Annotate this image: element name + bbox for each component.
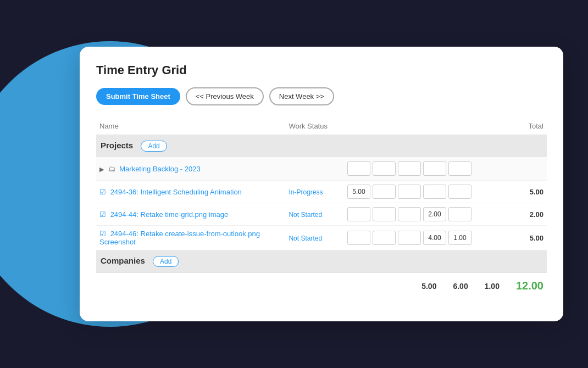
time-input-4[interactable]: [423, 207, 446, 221]
project-group-row: ▶ 🗂 Marketing Backlog - 2023: [96, 157, 547, 181]
time-input-3[interactable]: [398, 207, 421, 221]
col-header-name: Name: [96, 118, 285, 135]
collapse-arrow-icon[interactable]: ▶: [99, 166, 104, 172]
time-input-3[interactable]: [398, 185, 421, 199]
footer-col1-total: 5.00: [421, 282, 436, 291]
task-status: Not Started: [289, 235, 322, 242]
footer-col5-total: 1.00: [485, 282, 500, 291]
task-name-link[interactable]: 2494-36: Intelligent Scheduling Animatio…: [110, 188, 242, 196]
time-input-2[interactable]: [373, 185, 396, 199]
time-input-4[interactable]: [423, 185, 446, 199]
main-card: Time Entry Grid Submit Time Sheet << Pre…: [80, 47, 563, 321]
col-header-total: Total: [497, 118, 547, 135]
project-time-input-3[interactable]: [398, 161, 421, 176]
toolbar: Submit Time Sheet << Previous Week Next …: [96, 87, 547, 105]
task-total: 5.00: [497, 181, 547, 203]
time-entry-table: Name Work Status Total Projects Add ▶ 🗂 …: [96, 118, 547, 299]
project-group-name[interactable]: Marketing Backlog - 2023: [119, 165, 200, 173]
companies-section-row: Companies Add: [96, 250, 547, 273]
next-week-button[interactable]: Next Week >>: [269, 87, 334, 105]
task-time-cells: [347, 207, 494, 221]
col-header-work-status: Work Status: [285, 118, 344, 135]
prev-week-button[interactable]: << Previous Week: [186, 87, 264, 105]
companies-add-button[interactable]: Add: [153, 256, 179, 267]
task-total: 5.00: [497, 226, 547, 250]
projects-section-label: Projects: [101, 141, 133, 150]
task-checkbox-icon: ☑: [99, 230, 106, 238]
projects-section-row: Projects Add: [96, 135, 547, 158]
task-status: Not Started: [289, 211, 322, 219]
project-time-input-5[interactable]: [448, 161, 471, 176]
col-header-times: [344, 118, 497, 135]
project-time-cells: [347, 161, 494, 176]
page-title: Time Entry Grid: [96, 63, 547, 77]
time-input-2[interactable]: [373, 231, 396, 245]
table-row: ☑ 2494-44: Retake time-grid.png image No…: [96, 203, 547, 226]
table-row: ☑ 2494-46: Retake create-issue-from-outl…: [96, 226, 547, 250]
time-input-4[interactable]: [423, 231, 446, 245]
time-input-1[interactable]: [347, 185, 370, 199]
footer-col4-total: 6.00: [453, 282, 468, 291]
time-input-5[interactable]: [448, 185, 471, 199]
time-input-2[interactable]: [373, 207, 396, 221]
task-time-cells: [347, 231, 494, 245]
time-input-1[interactable]: [347, 207, 370, 221]
project-time-input-2[interactable]: [373, 161, 396, 176]
time-input-5[interactable]: [448, 207, 471, 221]
task-checkbox-icon: ☑: [99, 210, 106, 219]
companies-section-label: Companies: [101, 256, 145, 265]
grand-total: 12.00: [516, 280, 543, 292]
project-time-input-4[interactable]: [423, 161, 446, 176]
submit-timesheet-button[interactable]: Submit Time Sheet: [96, 88, 180, 105]
time-input-1[interactable]: [347, 231, 370, 245]
time-input-5[interactable]: [448, 231, 471, 245]
project-icon: 🗂: [108, 165, 115, 173]
table-row: ☑ 2494-36: Intelligent Scheduling Animat…: [96, 181, 547, 203]
task-name-link[interactable]: 2494-44: Retake time-grid.png image: [110, 210, 229, 219]
task-name-link[interactable]: 2494-46: Retake create-issue-from-outloo…: [99, 230, 260, 246]
task-status: In-Progress: [289, 188, 323, 196]
project-time-input-1[interactable]: [347, 161, 370, 176]
projects-add-button[interactable]: Add: [141, 141, 167, 152]
task-total: 2.00: [497, 203, 547, 226]
time-input-3[interactable]: [398, 231, 421, 245]
footer-totals: 5.00 6.00 1.00 12.00: [99, 280, 543, 292]
task-checkbox-icon: ☑: [99, 188, 106, 196]
footer-totals-row: 5.00 6.00 1.00 12.00: [96, 273, 547, 299]
task-time-cells: [347, 185, 494, 199]
